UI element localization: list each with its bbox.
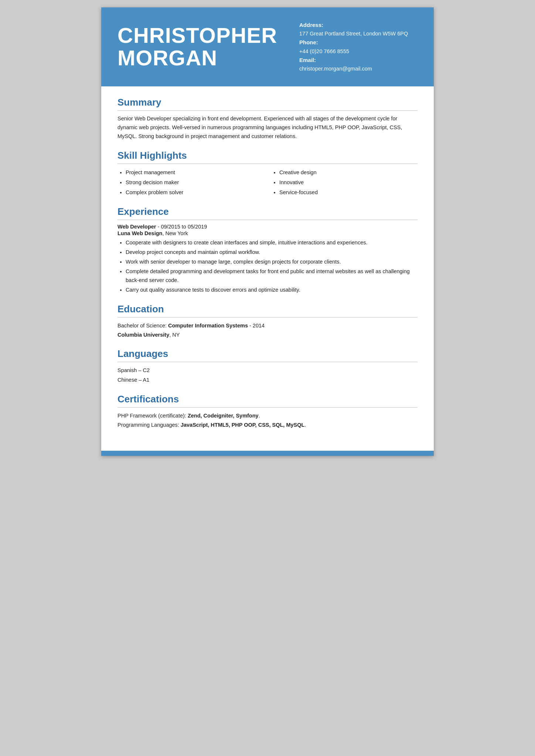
skill-item: Service-focused [279, 188, 418, 197]
email-label: Email: [299, 57, 316, 63]
job-entry: Web Developer - 09/2015 to 05/2019 Luna … [117, 224, 418, 295]
cert-suffix-2: . [304, 422, 306, 428]
job-title-line: Web Developer - 09/2015 to 05/2019 [117, 224, 418, 230]
edu-location: , NY [169, 332, 180, 338]
cert-prefix-1: PHP Framework (certificate): [117, 413, 186, 419]
resume-header: CHRISTOPHER MORGAN Address: 177 Great Po… [101, 7, 434, 86]
address-label: Address: [299, 22, 323, 28]
phone-block: Phone: +44 (0)20 7666 8555 [299, 38, 418, 55]
cert-entry-2: Programming Languages: JavaScript, HTML5… [117, 420, 418, 430]
email-value: christoper.morgan@gmail.com [299, 66, 372, 72]
last-name: MORGAN [117, 46, 217, 70]
languages-section: Languages Spanish – C2 Chinese – A1 [117, 348, 418, 385]
cert-entry-1: PHP Framework (certificate): Zend, Codei… [117, 411, 418, 420]
edu-degree: Bachelor of Science: [117, 323, 167, 329]
certifications-section: Certifications PHP Framework (certificat… [117, 394, 418, 430]
skill-item: Complex problem solver [126, 188, 264, 197]
duty-item: Carry out quality assurance tests to dis… [126, 286, 418, 295]
duty-item: Work with senior developer to manage lar… [126, 258, 418, 267]
language-item: Chinese – A1 [117, 375, 418, 385]
language-item: Spanish – C2 [117, 366, 418, 375]
skill-item: Strong decision maker [126, 178, 264, 188]
duty-item: Complete detailed programming and develo… [126, 267, 418, 285]
cert-prefix-2: Programming Languages: [117, 422, 179, 428]
education-section: Education Bachelor of Science: Computer … [117, 303, 418, 339]
edu-year: - 2014 [249, 323, 265, 329]
name-block: CHRISTOPHER MORGAN [117, 24, 284, 69]
edu-institution: Columbia University [117, 332, 169, 338]
skills-col1: Project management Strong decision maker… [117, 168, 264, 197]
experience-section: Experience Web Developer - 09/2015 to 05… [117, 206, 418, 295]
phone-label: Phone: [299, 39, 318, 45]
summary-section: Summary Senior Web Developer specializin… [117, 97, 418, 141]
skill-item: Innovative [279, 178, 418, 188]
skills-list-1: Project management Strong decision maker… [117, 168, 264, 197]
education-title: Education [117, 303, 418, 317]
cert-suffix-1: . [259, 413, 260, 419]
summary-title: Summary [117, 97, 418, 111]
job-duties-list: Cooperate with designers to create clean… [117, 238, 418, 295]
certifications-title: Certifications [117, 394, 418, 408]
experience-title: Experience [117, 206, 418, 220]
edu-institution-line: Columbia University, NY [117, 330, 418, 340]
address-block: Address: 177 Great Portland Street, Lond… [299, 21, 418, 38]
job-company-line: Luna Web Design, New York [117, 230, 418, 236]
skills-list-2: Creative design Innovative Service-focus… [271, 168, 418, 197]
duty-item: Develop project concepts and maintain op… [126, 248, 418, 257]
duty-item: Cooperate with designers to create clean… [126, 238, 418, 247]
edu-entry: Bachelor of Science: Computer Informatio… [117, 321, 418, 330]
skill-item: Project management [126, 168, 264, 178]
job-location: , New York [162, 230, 188, 236]
first-name: CHRISTOPHER [117, 23, 277, 47]
languages-title: Languages [117, 348, 418, 362]
job-role: Web Developer [117, 224, 156, 230]
footer-bar [101, 451, 434, 456]
cert-items-2: JavaScript, HTML5, PHP OOP, CSS, SQL, My… [181, 422, 304, 428]
job-company: Luna Web Design [117, 230, 162, 236]
full-name: CHRISTOPHER MORGAN [117, 24, 284, 69]
job-period: - 09/2015 to 05/2019 [158, 224, 207, 230]
phone-value: +44 (0)20 7666 8555 [299, 48, 349, 54]
skills-col2: Creative design Innovative Service-focus… [271, 168, 418, 197]
skill-item: Creative design [279, 168, 418, 178]
resume-document: CHRISTOPHER MORGAN Address: 177 Great Po… [101, 7, 434, 456]
edu-field: Computer Information Systems [168, 323, 248, 329]
cert-items-1: Zend, Codeigniter, Symfony [188, 413, 259, 419]
skills-grid: Project management Strong decision maker… [117, 168, 418, 197]
address-value: 177 Great Portland Street, London W5W 6P… [299, 31, 408, 37]
contact-block: Address: 177 Great Portland Street, Lond… [299, 21, 418, 73]
email-block: Email: christoper.morgan@gmail.com [299, 56, 418, 73]
skills-title: Skill Highlights [117, 150, 418, 164]
skills-section: Skill Highlights Project management Stro… [117, 150, 418, 197]
summary-text: Senior Web Developer specializing in fro… [117, 114, 418, 141]
resume-main: Summary Senior Web Developer specializin… [101, 86, 434, 451]
